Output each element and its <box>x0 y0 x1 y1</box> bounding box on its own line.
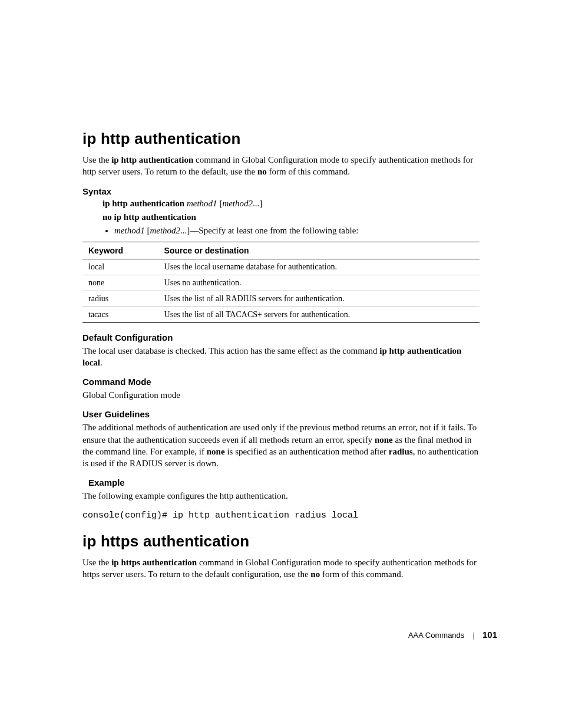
g-t3: is specified as an authentication method… <box>225 447 389 456</box>
td-keyword: local <box>82 259 158 275</box>
example-code: console(config)# ip http authentication … <box>82 510 480 521</box>
defcfg-t1: The local user database is checked. This… <box>82 346 379 355</box>
command-title-1: ip http authentication <box>82 130 480 148</box>
syntax-heading: Syntax <box>82 186 480 196</box>
syntax-cmd: ip http authentication <box>103 199 184 208</box>
td-desc: Uses the local username database for aut… <box>158 259 480 275</box>
b-m2: method2 <box>150 226 180 235</box>
intro-2-t2: form of this command. <box>320 569 403 579</box>
guide-text: The additional methods of authentication… <box>82 421 480 469</box>
intro-2-no: no <box>310 569 320 579</box>
intro-1-cmd: ip http authentication <box>111 155 193 164</box>
table-row: none Uses no authentication. <box>82 275 480 291</box>
syntax-m2: method2 <box>222 199 253 208</box>
table-row: radius Uses the list of all RADIUS serve… <box>82 291 480 307</box>
td-desc: Uses the list of all RADIUS servers for … <box>158 291 480 307</box>
intro-1-t0: Use the <box>82 155 111 164</box>
table-row: tacacs Uses the list of all TACACS+ serv… <box>82 307 480 322</box>
command-title-2: ip https authentication <box>82 532 480 551</box>
syntax-rest: ...] <box>253 199 262 208</box>
b-rest: ...]—Specify at least one from the follo… <box>180 226 358 235</box>
footer-chapter: AAA Commands <box>408 631 464 640</box>
g-b3: radius <box>389 447 413 456</box>
intro-1-t2: form of this command. <box>267 167 350 176</box>
td-desc: Uses no authentication. <box>158 275 480 291</box>
intro-2-cmd: ip https authentication <box>111 558 197 567</box>
example-text: The following example configures the htt… <box>82 490 480 502</box>
intro-1-no: no <box>257 167 267 176</box>
syntax-bullet-1: method1 [method2...]—Specify at least on… <box>114 226 480 236</box>
td-keyword: radius <box>82 291 158 307</box>
guide-heading: User Guidelines <box>82 409 480 419</box>
defcfg-text: The local user database is checked. This… <box>82 345 480 369</box>
th-source: Source or destination <box>158 242 480 259</box>
mode-text: Global Configuration mode <box>82 389 480 401</box>
g-b1: none <box>375 435 393 444</box>
defcfg-heading: Default Configuration <box>82 332 480 342</box>
syntax-bullets: method1 [method2...]—Specify at least on… <box>103 226 480 236</box>
footer-page-number: 101 <box>482 630 497 640</box>
td-desc: Uses the list of all TACACS+ servers for… <box>158 307 480 322</box>
intro-1: Use the ip http authentication command i… <box>82 154 480 178</box>
footer-separator: | <box>472 631 474 640</box>
syntax-line-1: ip http authentication method1 [method2.… <box>103 199 480 209</box>
syntax-line-2: no ip http authentication <box>103 212 480 222</box>
example-heading: Example <box>88 477 480 487</box>
td-keyword: none <box>82 275 158 291</box>
intro-2-t0: Use the <box>82 558 111 567</box>
page-footer: AAA Commands | 101 <box>408 630 497 640</box>
g-b2: none <box>207 447 225 456</box>
keyword-table: Keyword Source or destination local Uses… <box>82 242 480 323</box>
document-page: ip http authentication Use the ip http a… <box>0 0 562 728</box>
td-keyword: tacacs <box>82 307 158 322</box>
syntax-m1: method1 <box>187 199 217 208</box>
defcfg-t2: . <box>100 358 103 367</box>
table-row: local Uses the local username database f… <box>82 259 480 275</box>
b-m1: method1 <box>114 226 145 235</box>
th-keyword: Keyword <box>82 242 158 259</box>
mode-heading: Command Mode <box>82 377 480 387</box>
intro-2: Use the ip https authentication command … <box>82 556 480 581</box>
